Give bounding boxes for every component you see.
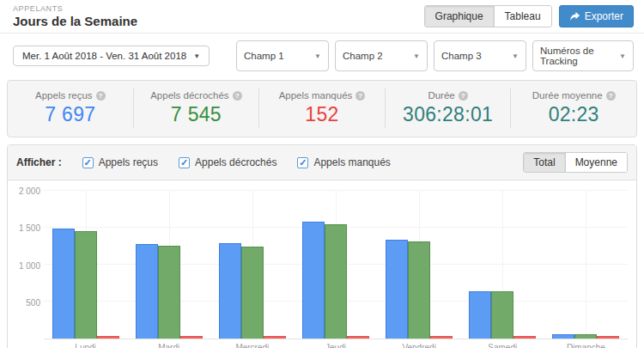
info-icon[interactable]: ? (606, 91, 616, 101)
chart-yaxis: 2 0001 5001 000500 (15, 191, 44, 339)
y-axis-tick: 2 000 (19, 186, 40, 196)
y-axis-tick: 1 000 (19, 260, 40, 270)
select-numeros-tracking-value: Numéros de Tracking (540, 46, 619, 66)
x-axis-label-mercredi: Mercredi (219, 343, 286, 348)
gridline-vertical (586, 191, 586, 339)
checkbox-appels-manques[interactable]: ✓ Appels manqués (297, 156, 390, 168)
select-champ-1-value: Champ 1 (244, 51, 284, 61)
y-axis-tick: 500 (26, 297, 40, 307)
stat-appels-recus: Appels reçus ? 7 697 (8, 89, 134, 128)
bar-appels-re-us-mardi[interactable] (136, 244, 158, 339)
tab-total[interactable]: Total (524, 153, 564, 172)
info-icon[interactable]: ? (459, 91, 468, 101)
y-axis-tick: 1 500 (19, 223, 40, 233)
header: APPELANTS Jours de la Semaine Graphique … (0, 0, 644, 34)
header-actions: Graphique Tableau Exporter (424, 5, 634, 27)
checkbox-icon: ✓ (179, 157, 190, 168)
date-range-value: Mer. 1 Août 2018 - Ven. 31 Août 2018 (22, 51, 186, 61)
bar-appels-manqu-s-samedi[interactable] (513, 336, 536, 339)
chevron-down-icon: ▼ (619, 52, 626, 60)
select-numeros-tracking[interactable]: Numéros de Tracking ▼ (532, 40, 634, 71)
export-label: Exporter (585, 10, 623, 22)
select-champ-2-value: Champ 2 (343, 51, 383, 61)
checkbox-label: Appels manqués (313, 156, 390, 168)
x-axis-label-mardi: Mardi (136, 343, 203, 348)
bar-appels-manqu-s-dimanche[interactable] (597, 336, 619, 339)
bar-group-lundi (52, 191, 119, 339)
stat-label: Durée (428, 90, 454, 101)
chart-panel: Afficher : ✓ Appels reçus ✓ Appels décro… (7, 144, 637, 348)
chart-plot-wrap (44, 191, 628, 339)
tab-moyenne[interactable]: Moyenne (565, 153, 627, 172)
stat-label: Durée moyenne (532, 90, 603, 101)
bar-appels-re-us-samedi[interactable] (469, 291, 491, 339)
info-icon[interactable]: ? (96, 91, 106, 101)
bar-appels-re-us-lundi[interactable] (52, 229, 75, 339)
bar-appels-d-croch-s-lundi[interactable] (75, 231, 97, 339)
breadcrumb: APPELANTS (13, 4, 137, 13)
bar-appels-re-us-jeudi[interactable] (302, 222, 325, 339)
x-axis-label-lundi: Lundi (52, 343, 119, 348)
bar-appels-re-us-vendredi[interactable] (386, 240, 408, 339)
chevron-down-icon: ▼ (413, 52, 420, 60)
filter-bar: Mer. 1 Août 2018 - Ven. 31 Août 2018 ▼ C… (0, 34, 644, 78)
bar-appels-d-croch-s-mercredi[interactable] (241, 247, 264, 339)
checkbox-icon: ✓ (297, 157, 308, 168)
bar-appels-manqu-s-mercredi[interactable] (264, 336, 286, 339)
select-champ-1[interactable]: Champ 1 ▼ (236, 40, 329, 71)
stat-duree-moyenne: Durée moyenne ? 02:23 (511, 89, 636, 128)
bar-appels-manqu-s-jeudi[interactable] (347, 336, 369, 339)
bar-appels-manqu-s-lundi[interactable] (97, 336, 119, 339)
stat-label: Appels décrochés (150, 90, 228, 101)
bar-appels-manqu-s-vendredi[interactable] (430, 336, 453, 339)
chart-header: Afficher : ✓ Appels reçus ✓ Appels décro… (8, 145, 636, 180)
checkbox-label: Appels décrochés (195, 156, 276, 168)
bar-chart: 2 0001 5001 000500 LundiMardiMercrediJeu… (8, 180, 636, 348)
x-axis-label-samedi: Samedi (469, 343, 536, 348)
view-toggle: Graphique Tableau (424, 5, 552, 27)
select-champ-3[interactable]: Champ 3 ▼ (434, 40, 526, 71)
date-range-picker[interactable]: Mer. 1 Août 2018 - Ven. 31 Août 2018 ▼ (13, 46, 210, 66)
chevron-down-icon: ▼ (314, 52, 321, 60)
checkbox-icon: ✓ (82, 157, 94, 168)
chart-plot (44, 191, 628, 339)
bar-appels-d-croch-s-samedi[interactable] (491, 291, 513, 339)
export-button[interactable]: Exporter (559, 5, 634, 27)
stat-value: 306:28:01 (386, 103, 511, 126)
bar-group-jeudi (302, 191, 369, 339)
bar-appels-manqu-s-mardi[interactable] (180, 336, 203, 339)
mode-toggle: Total Moyenne (523, 152, 628, 173)
page: APPELANTS Jours de la Semaine Graphique … (0, 0, 644, 348)
bar-appels-d-croch-s-dimanche[interactable] (574, 334, 597, 339)
checkbox-label: Appels reçus (99, 156, 158, 168)
x-axis-label-jeudi: Jeudi (302, 343, 369, 348)
bar-group-samedi (469, 191, 536, 339)
page-title: Jours de la Semaine (13, 14, 137, 28)
bar-group-mardi (136, 191, 203, 339)
bar-appels-d-croch-s-vendredi[interactable] (408, 241, 430, 339)
field-selects: Champ 1 ▼ Champ 2 ▼ Champ 3 ▼ Numéros de… (236, 40, 634, 71)
info-icon[interactable]: ? (233, 91, 242, 101)
export-icon (569, 11, 580, 21)
select-champ-3-value: Champ 3 (441, 51, 482, 61)
select-champ-2[interactable]: Champ 2 ▼ (335, 40, 428, 71)
bar-appels-re-us-mercredi[interactable] (219, 243, 241, 339)
stat-appels-decroches: Appels décrochés ? 7 545 (134, 89, 260, 128)
checkbox-appels-decroches[interactable]: ✓ Appels décrochés (179, 156, 276, 168)
bar-appels-re-us-dimanche[interactable] (552, 334, 574, 339)
bar-appels-d-croch-s-mardi[interactable] (158, 246, 180, 339)
tab-graphique[interactable]: Graphique (425, 6, 494, 27)
bar-group-dimanche (552, 191, 619, 339)
afficher-label: Afficher : (16, 156, 62, 168)
tab-tableau[interactable]: Tableau (494, 6, 551, 27)
stats-panel: Appels reçus ? 7 697 Appels décrochés ? … (7, 80, 637, 137)
checkbox-appels-recus[interactable]: ✓ Appels reçus (82, 156, 158, 168)
info-icon[interactable]: ? (355, 91, 365, 101)
bar-group-vendredi (386, 191, 453, 339)
x-axis-label-vendredi: Vendredi (386, 343, 453, 348)
bar-appels-d-croch-s-jeudi[interactable] (325, 224, 347, 339)
stat-value: 02:23 (511, 103, 636, 126)
stat-appels-manques: Appels manqués ? 152 (259, 89, 386, 128)
stat-value: 152 (259, 103, 385, 126)
stat-label: Appels manqués (279, 90, 353, 101)
